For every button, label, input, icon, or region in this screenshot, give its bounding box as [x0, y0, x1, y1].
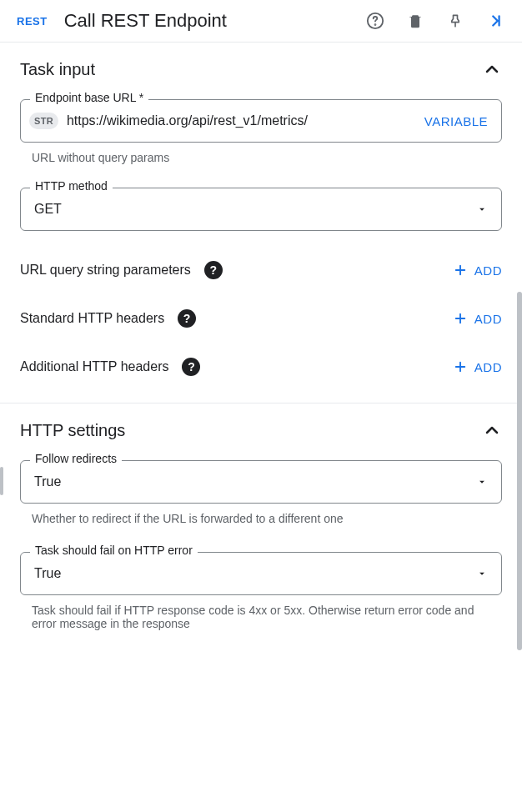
- query-params-label: URL query string parameters ?: [20, 261, 223, 279]
- follow-redirects-label: Follow redirects: [30, 452, 122, 465]
- standard-headers-row: Standard HTTP headers ? ADD: [20, 309, 502, 328]
- task-input-panel: Task input Endpoint base URL * STR https…: [0, 43, 522, 403]
- left-edge-indicator: [0, 467, 3, 495]
- query-params-row: URL query string parameters ? ADD: [20, 261, 502, 279]
- http-method-label: HTTP method: [30, 179, 113, 193]
- task-input-title: Task input: [20, 60, 95, 79]
- help-icon[interactable]: ?: [182, 358, 200, 376]
- type-badge-str: STR: [29, 113, 58, 129]
- additional-headers-row: Additional HTTP headers ? ADD: [20, 358, 502, 376]
- delete-icon[interactable]: [405, 11, 425, 31]
- scrollbar[interactable]: [517, 292, 522, 650]
- http-settings-header[interactable]: HTTP settings: [20, 420, 502, 440]
- endpoint-url-input[interactable]: https://wikimedia.org/api/rest_v1/metric…: [58, 113, 411, 128]
- help-icon[interactable]: ?: [178, 309, 196, 328]
- fail-on-error-label: Task should fail on HTTP error: [30, 544, 198, 557]
- follow-redirects-field: Follow redirects True Whether to redirec…: [20, 460, 502, 525]
- panel-header: REST Call REST Endpoint: [0, 0, 522, 43]
- add-standard-header-button[interactable]: ADD: [453, 311, 502, 326]
- add-label: ADD: [474, 360, 502, 374]
- collapse-panel-icon[interactable]: [485, 11, 505, 31]
- task-input-header[interactable]: Task input: [20, 59, 502, 79]
- variable-button[interactable]: VARIABLE: [411, 100, 501, 142]
- http-method-value: GET: [34, 202, 62, 217]
- additional-headers-text: Additional HTTP headers: [20, 359, 168, 374]
- fail-on-error-value: True: [34, 566, 61, 581]
- fail-on-error-select[interactable]: True: [20, 552, 502, 595]
- http-settings-panel: HTTP settings Follow redirects True Whet…: [0, 403, 522, 647]
- chevron-up-icon[interactable]: [482, 59, 502, 79]
- endpoint-url-field: Endpoint base URL * STR https://wikimedi…: [20, 99, 502, 143]
- follow-redirects-select[interactable]: True: [20, 460, 502, 504]
- http-method-field: HTTP method GET: [20, 188, 502, 231]
- follow-redirects-helper: Whether to redirect if the URL is forwar…: [32, 512, 502, 525]
- chevron-up-icon[interactable]: [482, 420, 502, 440]
- page-title: Call REST Endpoint: [64, 10, 355, 32]
- add-query-param-button[interactable]: ADD: [453, 263, 502, 278]
- add-label: ADD: [474, 312, 502, 326]
- http-method-select[interactable]: GET: [20, 188, 502, 231]
- help-icon[interactable]: [365, 11, 385, 31]
- standard-headers-text: Standard HTTP headers: [20, 311, 164, 326]
- http-settings-title: HTTP settings: [20, 421, 125, 440]
- endpoint-url-box: STR https://wikimedia.org/api/rest_v1/me…: [20, 99, 502, 143]
- additional-headers-label: Additional HTTP headers ?: [20, 358, 200, 376]
- endpoint-url-helper: URL without query params: [32, 151, 502, 164]
- fail-on-error-field: Task should fail on HTTP error True Task…: [20, 552, 502, 630]
- add-label: ADD: [474, 263, 502, 278]
- fail-on-error-helper: Task should fail if HTTP response code i…: [32, 604, 482, 630]
- standard-headers-label: Standard HTTP headers ?: [20, 309, 196, 328]
- follow-redirects-value: True: [34, 474, 61, 489]
- rest-badge: REST: [17, 15, 48, 28]
- svg-point-1: [375, 24, 376, 25]
- pin-icon[interactable]: [445, 11, 465, 31]
- add-additional-header-button[interactable]: ADD: [453, 359, 502, 374]
- query-params-text: URL query string parameters: [20, 263, 191, 278]
- help-icon[interactable]: ?: [204, 261, 223, 279]
- header-actions: [365, 11, 505, 31]
- endpoint-url-label: Endpoint base URL *: [30, 91, 148, 104]
